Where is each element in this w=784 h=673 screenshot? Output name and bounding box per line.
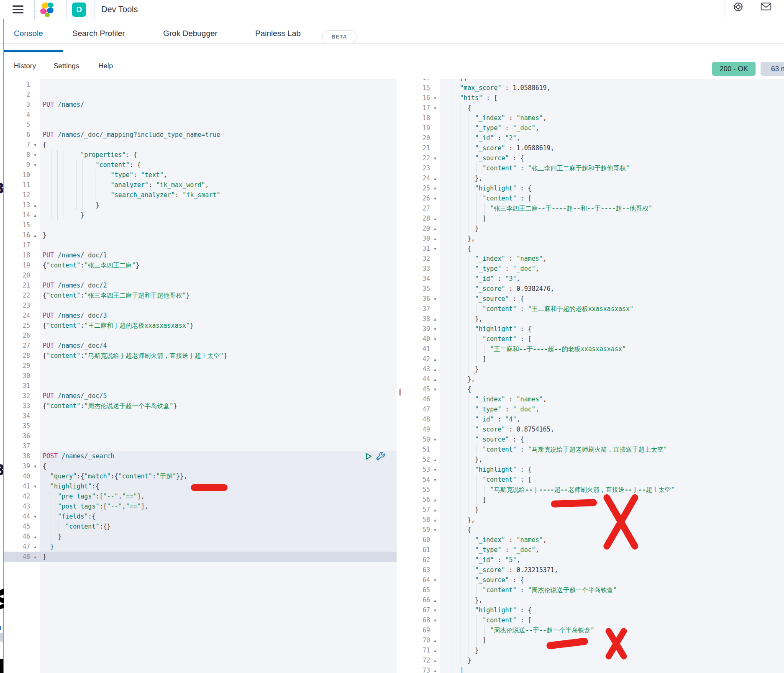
fold-arrow-icon[interactable]: ▾ <box>32 140 38 150</box>
fold-arrow-icon[interactable]: ▴ <box>432 374 438 384</box>
response-line[interactable]: 22▾ "_source" : { <box>404 153 784 163</box>
fold-arrow-icon[interactable]: ▾ <box>32 511 38 521</box>
fold-arrow-icon[interactable]: ▾ <box>32 160 38 170</box>
editor-line[interactable]: 15 <box>4 220 397 230</box>
fold-arrow-icon[interactable]: ▾ <box>32 461 38 471</box>
response-line[interactable]: 21 "_score" : 1.0588619, <box>404 143 784 153</box>
editor-line[interactable]: 27PUT /names/_doc/4 <box>4 341 397 351</box>
response-line[interactable]: 54▾ "content" : [ <box>404 475 784 485</box>
fold-arrow-icon[interactable]: ▾ <box>432 575 438 585</box>
space-badge[interactable]: D <box>72 3 86 17</box>
response-line[interactable]: 31▾ { <box>404 244 784 254</box>
response-line[interactable]: 16▾ "hits" : [ <box>404 93 784 103</box>
response-line[interactable]: 55 "马斯克说给--于----超--老师刷火箭，直接送--于--超上太空" <box>404 485 784 495</box>
fold-arrow-icon[interactable]: ▾ <box>432 103 438 113</box>
response-line[interactable]: 33 "_type" : "_doc", <box>404 264 784 274</box>
editor-line[interactable]: 40 "query":{"match":{"content":"于超"}}, <box>4 471 397 481</box>
response-line[interactable]: 51 "content" : "马斯克说给于超老师刷火箭，直接送于超上太空" <box>404 444 784 455</box>
response-line[interactable]: 66▴ }, <box>404 595 784 605</box>
fold-arrow-icon[interactable]: ▴ <box>432 505 438 515</box>
tab-painless-lab[interactable]: Painless Lab <box>255 27 301 40</box>
tab-console[interactable]: Console <box>14 27 43 40</box>
tab-search-profiler[interactable]: Search Profiler <box>72 27 125 40</box>
editor-line[interactable]: 34 <box>4 411 397 421</box>
response-line[interactable]: 60 "_index" : "names", <box>404 535 784 545</box>
editor-line[interactable]: 33{"content":"周杰伦说送于超一个半岛铁盒"} <box>4 401 397 411</box>
response-line[interactable]: 36▾ "_source" : { <box>404 294 784 304</box>
response-line[interactable]: 70▴ ] <box>404 635 784 645</box>
fold-arrow-icon[interactable]: ▴ <box>432 234 438 244</box>
fold-arrow-icon[interactable]: ▾ <box>432 465 438 475</box>
fold-arrow-icon[interactable]: ▾ <box>432 153 438 163</box>
editor-line[interactable]: 39▾{ <box>4 461 397 471</box>
fold-arrow-icon[interactable]: ▴ <box>432 223 438 234</box>
editor-line[interactable]: 28{"content":"马斯克说给于超老师刷火箭，直接送于超上太空"} <box>4 351 397 361</box>
fold-arrow-icon[interactable]: ▾ <box>432 324 438 334</box>
wrench-icon[interactable] <box>376 452 386 463</box>
response-line[interactable]: 34 "_id" : "3", <box>404 274 784 284</box>
fold-arrow-icon[interactable]: ▴ <box>432 455 438 465</box>
editor-line[interactable]: 30 <box>4 371 397 381</box>
response-line[interactable]: 44▴ }, <box>404 374 784 384</box>
fold-arrow-icon[interactable]: ▴ <box>432 314 438 324</box>
response-line[interactable]: 20 "_id" : "2", <box>404 133 784 143</box>
response-line[interactable]: 41 "王二麻和--于----超--的老板xxasxasxasx" <box>404 344 784 354</box>
toolbar-item-settings[interactable]: Settings <box>54 61 79 72</box>
response-line[interactable]: 62 "_id" : "5", <box>404 555 784 565</box>
response-line[interactable]: 45▾ { <box>404 384 784 394</box>
editor-line[interactable]: 2 <box>4 90 397 100</box>
response-line[interactable]: 14 }, <box>404 79 784 83</box>
fold-arrow-icon[interactable]: ▴ <box>32 542 38 552</box>
response-line[interactable]: 65 "content" : "周杰伦说送于超一个半岛铁盒" <box>404 585 784 595</box>
response-line[interactable]: 59▾ { <box>404 525 784 535</box>
response-line[interactable]: 49 "_score" : 0.8754165, <box>404 424 784 434</box>
response-line[interactable]: 37 "content" : "王二麻和于超的老板xxasxasxasx" <box>404 304 784 314</box>
response-line[interactable]: 71▴ } <box>404 645 784 655</box>
editor-line[interactable]: 11 "analyzer": "ik_max_word", <box>4 180 397 190</box>
fold-arrow-icon[interactable]: ▴ <box>432 515 438 525</box>
fold-arrow-icon[interactable]: ▾ <box>432 475 438 485</box>
response-line[interactable]: 24▴ }, <box>404 173 784 183</box>
response-line[interactable]: 40▾ "content" : [ <box>404 334 784 344</box>
toolbar-item-history[interactable]: History <box>14 61 36 72</box>
response-line[interactable]: 28▴ ] <box>404 213 784 223</box>
menu-icon[interactable] <box>13 5 23 14</box>
response-line[interactable]: 29▴ } <box>404 223 784 234</box>
response-line[interactable]: 27 "张三李四王二麻--于----超--和--于----超--他哥权" <box>404 203 784 213</box>
response-line[interactable]: 26▾ "content" : [ <box>404 193 784 203</box>
response-line[interactable]: 25▾ "highlight" : { <box>404 183 784 193</box>
editor-line[interactable]: 46▴ } <box>4 532 397 542</box>
response-line[interactable]: 39▾ "highlight" : { <box>404 324 784 334</box>
response-line[interactable]: 57▴ } <box>404 505 784 515</box>
response-line[interactable]: 23 "content" : "张三李四王二麻于超和于超他哥权" <box>404 163 784 173</box>
toolbar-item-help[interactable]: Help <box>98 61 113 72</box>
editor-line[interactable]: 12 "search_analyzer": "ik_smart" <box>4 190 397 200</box>
fold-arrow-icon[interactable]: ▾ <box>432 193 438 203</box>
editor-line[interactable]: 31 <box>4 381 397 391</box>
editor-line[interactable]: 32PUT /names/_doc/5 <box>4 391 397 401</box>
editor-line[interactable]: 14▴ } <box>4 210 397 220</box>
fold-arrow-icon[interactable]: ▴ <box>32 200 38 210</box>
editor-line[interactable]: 21PUT /names/_doc/2 <box>4 280 397 290</box>
editor-line[interactable]: 47▴ } <box>4 542 397 552</box>
editor-line[interactable]: 8▾ "properties": { <box>4 150 397 160</box>
response-line[interactable]: 52▴ }, <box>404 455 784 465</box>
editor-line[interactable]: 25{"content":"王二麻和于超的老板xxasxasxasx"} <box>4 321 397 331</box>
console-editor-panel[interactable]: 123PUT /names/456PUT /names/_doc/_mappin… <box>4 79 397 673</box>
fold-arrow-icon[interactable]: ▴ <box>32 552 38 562</box>
editor-line[interactable]: 29 <box>4 361 397 371</box>
editor-line[interactable]: 35 <box>4 421 397 431</box>
fold-arrow-icon[interactable]: ▾ <box>432 384 438 394</box>
editor-line[interactable]: 20 <box>4 270 397 280</box>
editor-line[interactable]: 13▴ } <box>4 200 397 210</box>
response-line[interactable]: 17▾ { <box>404 103 784 113</box>
response-line[interactable]: 15 "max_score" : 1.0588619, <box>404 83 784 93</box>
fold-arrow-icon[interactable]: ▴ <box>432 635 438 645</box>
editor-line[interactable]: 10 "type": "text", <box>4 170 397 180</box>
fold-arrow-icon[interactable]: ▾ <box>432 615 438 625</box>
editor-line[interactable]: 5 <box>4 120 397 130</box>
fold-arrow-icon[interactable]: ▾ <box>432 605 438 615</box>
editor-line[interactable]: 26 <box>4 331 397 341</box>
fold-arrow-icon[interactable]: ▴ <box>32 230 38 240</box>
editor-line[interactable]: 45 "content":{} <box>4 521 397 532</box>
